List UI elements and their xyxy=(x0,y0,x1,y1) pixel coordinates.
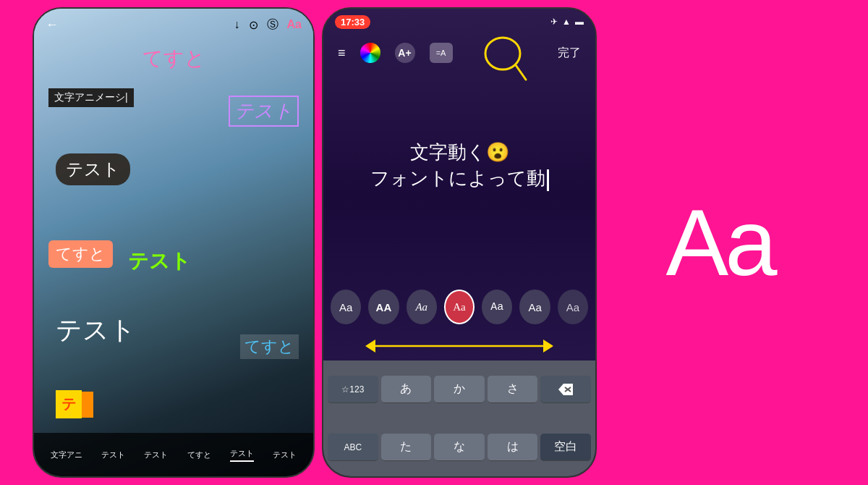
font-label-2: Aa xyxy=(415,301,427,313)
back-icon[interactable]: ← xyxy=(46,17,59,33)
key-ha[interactable]: は xyxy=(488,434,538,461)
strip-item-5[interactable]: テスト xyxy=(273,450,297,460)
middle-phone: 17:33 ✈ ▲ ▬ ≡ A+ =A 完了 xyxy=(322,7,597,478)
key-na[interactable]: な xyxy=(434,434,485,461)
font-btn-0[interactable]: Aa xyxy=(331,290,361,324)
key-space[interactable]: 空白 xyxy=(540,434,591,461)
a-plus-label: A+ xyxy=(398,47,411,59)
battery-icon: ▬ xyxy=(575,17,584,27)
key-abc[interactable]: ABC xyxy=(328,434,378,461)
font-selector-row: Aa AA Aa Aa Aa Aa Aa xyxy=(323,290,595,324)
text-cursor xyxy=(547,169,549,191)
main-text-line2: フォントによって動 xyxy=(370,165,549,191)
delete-key[interactable] xyxy=(540,376,591,403)
middle-phone-inner: 17:33 ✈ ▲ ▬ ≡ A+ =A 完了 xyxy=(323,9,595,476)
text-tesuto-pink: てすと xyxy=(142,45,205,72)
color-wheel-button[interactable] xyxy=(360,43,380,63)
key-ta[interactable]: た xyxy=(381,434,432,461)
font-label-5: Aa xyxy=(528,301,541,313)
bottom-strip: 文字アニ テスト テスト てすと テスト テスト xyxy=(34,433,313,476)
font-btn-4[interactable]: Aa xyxy=(482,290,512,324)
font-btn-1[interactable]: AA xyxy=(368,290,399,324)
key-sa[interactable]: さ xyxy=(488,376,538,403)
status-icons: ✈ ▲ ▬ xyxy=(550,17,584,27)
svg-marker-2 xyxy=(365,340,375,353)
airplane-icon: ✈ xyxy=(550,17,558,27)
yellow-te-char: テ xyxy=(56,390,82,418)
font-label-3: Aa xyxy=(453,301,466,313)
toolbar: ≡ A+ =A 完了 xyxy=(323,35,595,71)
aa-large-text: Aa xyxy=(665,188,773,297)
keyboard-row-2: ABC た な は 空白 xyxy=(323,418,595,476)
left-phone-inner: ← ↓ ⊙ Ⓢ Aa てすと 文字アニメーシ| テスト テスト てすと テスト … xyxy=(34,9,313,476)
a-plus-button[interactable]: A+ xyxy=(395,43,415,63)
strip-item-4[interactable]: テスト xyxy=(230,448,254,462)
done-button[interactable]: 完了 xyxy=(558,46,581,61)
main-text-area: 文字動く😮 フォントによって動 xyxy=(323,139,595,192)
yellow-te-box: テ xyxy=(56,390,93,418)
keyboard-area: ☆123 あ か さ xyxy=(323,360,595,476)
topbar-icons: ↓ ⊙ Ⓢ Aa xyxy=(234,17,302,33)
strip-item-3[interactable]: てすと xyxy=(187,450,211,460)
font-btn-3[interactable]: Aa xyxy=(444,290,475,324)
download-icon[interactable]: ↓ xyxy=(234,18,240,31)
text-test-white: テスト xyxy=(56,313,136,348)
text-icon-label: =A xyxy=(436,48,446,57)
font-label-4: Aa xyxy=(490,301,503,313)
text-animation: 文字アニメーシ| xyxy=(48,88,134,107)
font-btn-5[interactable]: Aa xyxy=(519,290,550,324)
orange-accent xyxy=(82,392,93,418)
strip-item-2[interactable]: テスト xyxy=(144,450,168,460)
menu-icon[interactable]: ≡ xyxy=(338,46,346,61)
key-ka[interactable]: か xyxy=(434,376,485,403)
strip-item-1[interactable]: テスト xyxy=(101,450,125,460)
key-a[interactable]: あ xyxy=(381,376,432,403)
text-style-button[interactable]: =A xyxy=(430,43,453,63)
keyboard-row-1: ☆123 あ か さ xyxy=(323,360,595,418)
status-time: 17:33 xyxy=(335,15,370,29)
font-icon[interactable]: Aa xyxy=(287,18,302,31)
main-text-line1: 文字動く😮 xyxy=(410,139,509,165)
text-tesuto-blue: てすと xyxy=(240,334,299,359)
right-aa-section: Aa xyxy=(604,188,835,297)
text-tesuto-salmon: てすと xyxy=(48,240,113,268)
font-label-0: Aa xyxy=(339,301,352,313)
strip-item-0[interactable]: 文字アニ xyxy=(51,450,82,460)
key-123[interactable]: ☆123 xyxy=(328,376,378,403)
status-bar: 17:33 ✈ ▲ ▬ xyxy=(323,9,595,35)
text-test-purple: テスト xyxy=(229,96,299,127)
font-btn-2[interactable]: Aa xyxy=(407,290,437,324)
wifi-icon: ▲ xyxy=(562,17,571,27)
text-test-dark: テスト xyxy=(56,153,130,185)
left-phone: ← ↓ ⊙ Ⓢ Aa てすと 文字アニメーシ| テスト テスト てすと テスト … xyxy=(33,7,315,478)
svg-marker-4 xyxy=(543,340,553,353)
font-label-6: Aa xyxy=(566,301,579,313)
font-label-1: AA xyxy=(376,301,392,313)
font-btn-6[interactable]: Aa xyxy=(558,290,588,324)
text-test-green: テスト xyxy=(128,248,191,275)
settings-icon[interactable]: Ⓢ xyxy=(267,17,278,33)
sticker-icon[interactable]: ⊙ xyxy=(249,18,258,32)
arrow-annotation xyxy=(323,335,595,357)
left-topbar: ← ↓ ⊙ Ⓢ Aa xyxy=(34,9,313,41)
